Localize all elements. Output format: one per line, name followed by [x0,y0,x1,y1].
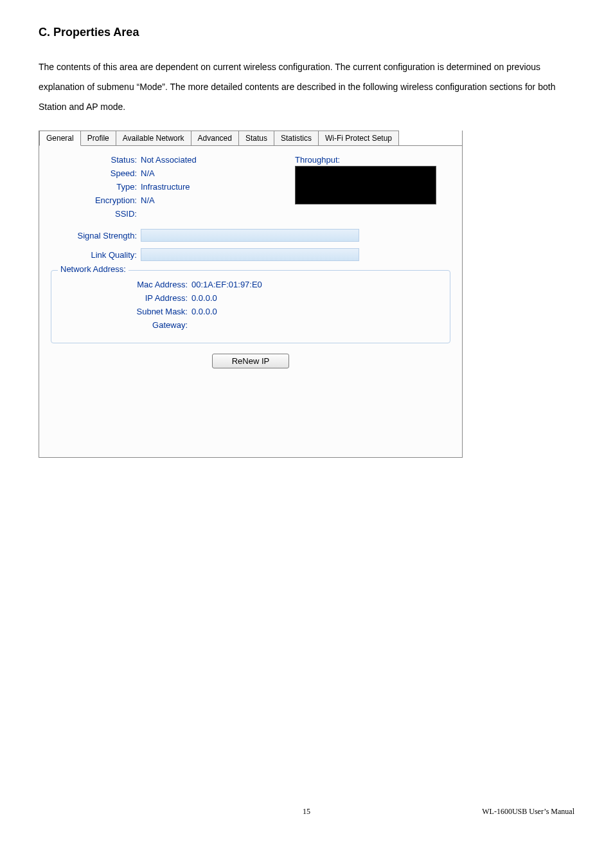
tab-profile[interactable]: Profile [80,131,116,145]
panel-body: Status: Not Associated Speed: N/A Type: … [39,146,462,457]
tab-general[interactable]: General [39,131,81,146]
page-footer: 15 WL-1600USB User’s Manual [0,807,613,817]
renew-ip-button[interactable]: ReNew IP [212,354,289,368]
link-quality-label: Link Quality: [51,250,141,260]
network-address-group: Network Address: Mac Address: 00:1A:EF:0… [51,270,450,343]
signal-strength-bar [141,229,359,242]
throughput-graph [295,166,436,204]
type-value: Infrastructure [141,182,295,192]
tab-status[interactable]: Status [238,131,274,145]
subnet-mask-value: 0.0.0.0 [191,307,438,316]
manual-title: WL-1600USB User’s Manual [396,807,574,817]
link-quality-bar [141,248,359,261]
tab-statistics[interactable]: Statistics [274,131,319,145]
throughput-label: Throughput: [295,155,450,165]
encryption-label: Encryption: [51,195,141,205]
speed-label: Speed: [51,168,141,178]
mac-address-label: Mac Address: [63,280,191,289]
network-address-legend: Network Address: [58,264,129,274]
properties-panel: General Profile Available Network Advanc… [39,131,463,458]
gateway-value [191,320,438,330]
status-value: Not Associated [141,155,295,165]
subnet-mask-label: Subnet Mask: [63,307,191,316]
ip-address-value: 0.0.0.0 [191,293,438,303]
type-label: Type: [51,182,141,192]
tab-available-network[interactable]: Available Network [116,131,191,145]
speed-value: N/A [141,168,295,178]
ssid-value [141,209,295,219]
section-paragraph: The contents of this area are dependent … [39,57,574,116]
tab-wifi-protect-setup[interactable]: Wi-Fi Protect Setup [318,131,399,145]
mac-address-value: 00:1A:EF:01:97:E0 [191,280,438,289]
section-heading: C. Properties Area [39,26,574,39]
tab-advanced[interactable]: Advanced [191,131,239,145]
gateway-label: Gateway: [63,320,191,330]
ip-address-label: IP Address: [63,293,191,303]
encryption-value: N/A [141,195,295,205]
ssid-label: SSID: [51,209,141,219]
tab-strip: General Profile Available Network Advanc… [39,131,462,146]
page-number: 15 [217,807,396,817]
status-label: Status: [51,155,141,165]
signal-strength-label: Signal Strength: [51,231,141,240]
